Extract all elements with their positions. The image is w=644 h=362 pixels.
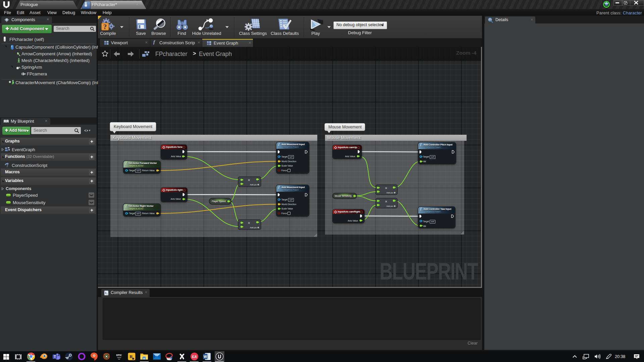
svg-text:EA: EA bbox=[192, 355, 197, 359]
svg-text:R: R bbox=[129, 354, 133, 359]
svg-text:W: W bbox=[204, 355, 207, 359]
svg-text:T: T bbox=[54, 355, 56, 359]
svg-text:EPIC: EPIC bbox=[116, 354, 122, 356]
svg-text:?: ? bbox=[103, 23, 107, 31]
svg-text:GAMES: GAMES bbox=[117, 357, 122, 358]
